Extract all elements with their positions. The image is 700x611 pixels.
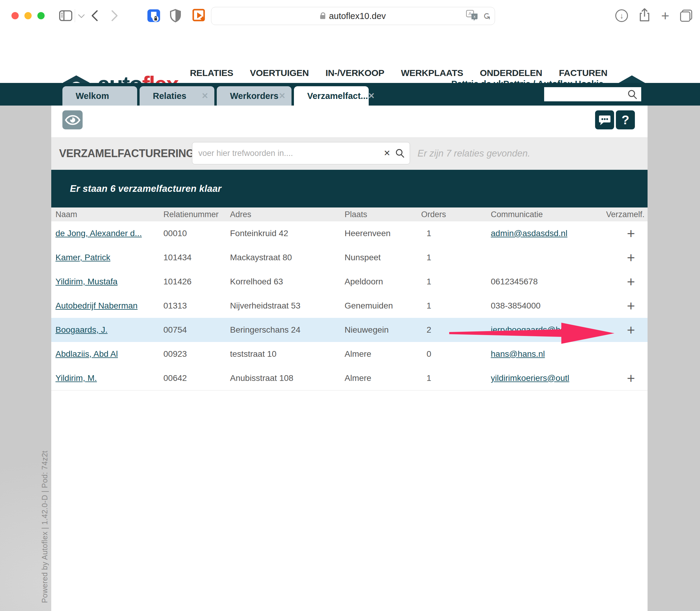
cell-orders: 0 <box>421 349 491 359</box>
relation-name-link[interactable]: Boogaards, J. <box>56 325 108 334</box>
app-tab-bar: WelkomRelaties✕Werkorders✕Verzamelfact..… <box>0 83 700 106</box>
communication-text: 0612345678 <box>491 277 538 286</box>
downloads-icon[interactable]: ↓ <box>615 9 628 22</box>
cell-naam: Kamer, Patrick <box>51 253 163 263</box>
cell-naam: Abdlaziis, Abd Al <box>51 349 163 359</box>
cell-adres: Anubisstraat 108 <box>230 373 345 383</box>
add-to-verzamelfactuur-button[interactable]: + <box>627 225 635 241</box>
cell-communicatie: admin@asdasdsd.nl <box>491 228 603 238</box>
nav-item-onderdelen[interactable]: ONDERDELEN <box>480 68 542 78</box>
tab-close-icon[interactable]: ✕ <box>278 91 286 101</box>
video-download-extension-icon[interactable] <box>192 0 206 31</box>
cell-plaats: Nieuwegein <box>345 325 421 335</box>
nav-item-werkplaats[interactable]: WERKPLAATS <box>401 68 463 78</box>
back-button[interactable] <box>90 0 98 31</box>
add-to-verzamelfactuur-button[interactable]: + <box>627 273 635 290</box>
relation-name-link[interactable]: Yildirim, M. <box>56 373 97 383</box>
cell-communicatie: 0612345678 <box>491 277 603 286</box>
cell-relatienummer: 00010 <box>163 228 230 238</box>
cell-orders: 1 <box>421 373 491 383</box>
nav-item-facturen[interactable]: FACTUREN <box>559 68 607 78</box>
cell-naam: Autobedrijf Naberman <box>51 301 163 311</box>
filter-band: VERZAMELFACTURERING ✕ Er zijn 7 relaties… <box>51 137 648 170</box>
tab-close-icon[interactable]: ✕ <box>368 91 375 101</box>
column-header-plaats: Plaats <box>345 210 421 219</box>
cell-plaats: Nunspeet <box>345 253 421 263</box>
nav-item-relaties[interactable]: RELATIES <box>190 68 233 78</box>
table-row: Yildirim, Mustafa101426Korrelhoed 63Apel… <box>51 270 648 294</box>
cell-orders: 1 <box>421 253 491 263</box>
cell-verzamelf: + <box>603 225 648 241</box>
table-row: Abdlaziis, Abd Al00923teststraat 10Almer… <box>51 342 648 366</box>
main-nav: RELATIESVOERTUIGENIN-/VERKOOPWERKPLAATSO… <box>190 68 607 78</box>
forward-button[interactable] <box>111 0 119 31</box>
close-window-button[interactable] <box>12 12 19 19</box>
global-search-input[interactable] <box>544 87 641 101</box>
site-header: autoflex automotive software RELATIESVOE… <box>0 31 700 83</box>
relation-name-link[interactable]: Kamer, Patrick <box>56 253 110 262</box>
tab-welkom[interactable]: Welkom <box>62 86 137 106</box>
help-button[interactable]: ? <box>616 110 635 129</box>
column-header-relatienummer: Relatienummer <box>163 210 230 219</box>
tab-label: Welkom <box>76 91 131 101</box>
results-count-text: Er zijn 7 relaties gevonden. <box>417 137 530 170</box>
relation-name-link[interactable]: Abdlaziis, Abd Al <box>56 349 118 359</box>
relation-name-link[interactable]: Yildirim, Mustafa <box>56 277 118 286</box>
translate-icon[interactable]: Ax <box>466 10 479 22</box>
communication-link[interactable]: yildirimkoeriers@outl <box>491 373 569 383</box>
password-extension-icon[interactable] <box>147 0 161 31</box>
tab-verzamelfact-[interactable]: Verzamelfact...✕ <box>294 86 369 106</box>
minimize-window-button[interactable] <box>25 12 32 19</box>
cell-verzamelf: + <box>603 298 648 314</box>
tab-close-icon[interactable]: ✕ <box>201 91 208 101</box>
clear-search-icon[interactable]: ✕ <box>379 148 395 158</box>
cell-communicatie: jerryboogaards@hotm... <box>491 325 603 335</box>
cell-naam: Yildirim, Mustafa <box>51 277 163 286</box>
tab-overview-icon[interactable] <box>680 10 692 22</box>
address-bar[interactable]: autoflex10.dev Ax ↻ <box>211 7 495 25</box>
communication-link[interactable]: hans@hans.nl <box>491 349 545 359</box>
reload-icon[interactable]: ↻ <box>482 12 492 19</box>
add-to-verzamelfactuur-button[interactable]: + <box>627 370 635 386</box>
new-tab-icon[interactable]: + <box>661 9 669 22</box>
cell-adres: Korrelhoed 63 <box>230 277 345 286</box>
cell-orders: 1 <box>421 277 491 286</box>
nav-item-in-verkoop[interactable]: IN-/VERKOOP <box>325 68 384 78</box>
relation-name-link[interactable]: de Jong, Alexander d... <box>56 228 142 238</box>
cell-relatienummer: 00642 <box>163 373 230 383</box>
tab-label: Verzamelfact... <box>307 91 368 101</box>
nav-item-voertuigen[interactable]: VOERTUIGEN <box>250 68 309 78</box>
search-icon[interactable] <box>627 89 638 100</box>
add-to-verzamelfactuur-button[interactable]: + <box>627 249 635 266</box>
cell-naam: Yildirim, M. <box>51 373 163 383</box>
table-body: de Jong, Alexander d...00010Fonteinkruid… <box>51 221 648 390</box>
communication-link[interactable]: jerryboogaards@hotm... <box>491 325 581 334</box>
shield-extension-icon[interactable] <box>169 0 182 31</box>
cell-plaats: Almere <box>345 373 421 383</box>
tls-lock-icon <box>320 15 325 19</box>
add-to-verzamelfactuur-button[interactable]: + <box>627 322 635 338</box>
column-header-verzamelf: Verzamelf. <box>603 210 648 219</box>
communication-text: 038-3854000 <box>491 301 541 310</box>
communication-link[interactable]: admin@asdasdsd.nl <box>491 228 567 238</box>
page-background: Powered by Autoflex | 1.42.0-D | Pod: 74… <box>0 106 700 611</box>
cell-orders: 2 <box>421 325 491 335</box>
keyword-search-input[interactable] <box>192 148 379 158</box>
cell-verzamelf: + <box>603 249 648 266</box>
share-icon[interactable] <box>639 8 650 23</box>
zoom-window-button[interactable] <box>37 12 45 19</box>
feedback-chat-button[interactable] <box>595 110 614 129</box>
cell-plaats: Heerenveen <box>345 228 421 238</box>
view-toggle-button[interactable] <box>62 110 82 129</box>
tab-label: Werkorders <box>230 91 278 101</box>
chevron-down-icon[interactable] <box>79 0 84 31</box>
add-to-verzamelfactuur-button[interactable]: + <box>627 298 635 314</box>
table-row: Kamer, Patrick101434Mackaystraat 80Nunsp… <box>51 245 648 270</box>
search-icon[interactable] <box>395 148 410 158</box>
tab-werkorders[interactable]: Werkorders✕ <box>217 86 291 106</box>
tab-relaties[interactable]: Relaties✕ <box>140 86 214 106</box>
table-row: Boogaards, J.00754Beringerschans 24Nieuw… <box>51 318 648 342</box>
relation-name-link[interactable]: Autobedrijf Naberman <box>56 301 137 310</box>
sidebar-icon[interactable] <box>59 0 72 31</box>
column-header-orders: Orders <box>421 210 491 219</box>
